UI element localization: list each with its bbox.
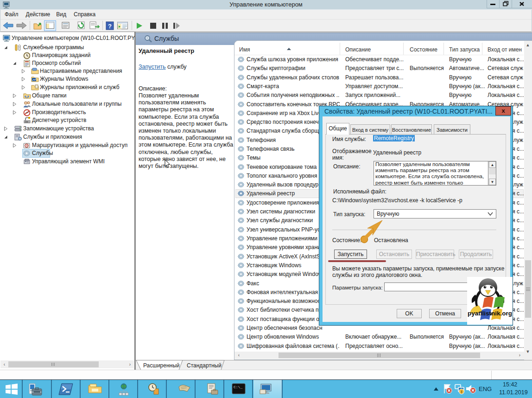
svg-text:pyatilistnik.org: pyatilistnik.org [468, 310, 512, 317]
svg-text:!: ! [461, 390, 462, 394]
svg-text:C:\_: C:\_ [234, 385, 242, 389]
